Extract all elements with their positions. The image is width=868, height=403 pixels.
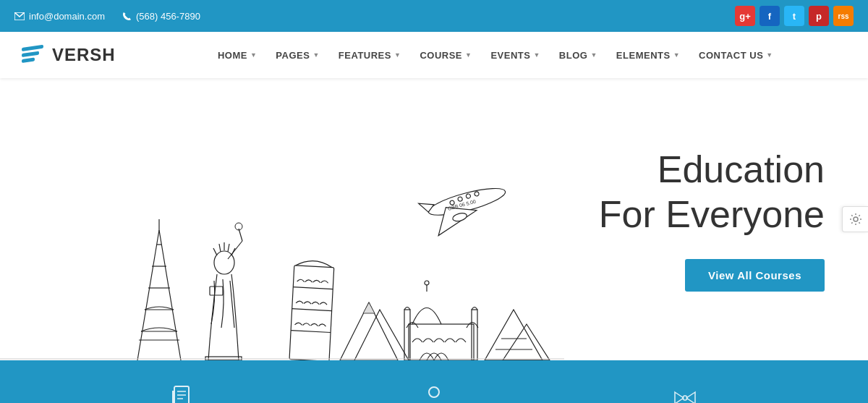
svg-line-11 <box>239 229 242 241</box>
view-all-courses-button[interactable]: View All Courses <box>685 259 825 292</box>
bottom-icon-person <box>421 385 447 404</box>
nav-arrow-blog: ▼ <box>590 51 597 59</box>
person-icon <box>421 385 447 404</box>
gear-icon <box>849 213 862 226</box>
svg-rect-27 <box>404 310 410 360</box>
nav-item-features[interactable]: FEATURES ▼ <box>330 44 410 67</box>
rss-button[interactable]: rss <box>833 6 854 26</box>
svg-point-13 <box>214 251 234 274</box>
logo-stripe-2 <box>22 51 39 56</box>
nav-arrow-features: ▼ <box>394 51 401 59</box>
svg-line-17 <box>228 244 229 252</box>
pinterest-button[interactable]: p <box>809 6 829 26</box>
email-text: info@domain.com <box>29 11 105 22</box>
nav-label-features: FEATURES <box>339 50 391 61</box>
nav-item-course[interactable]: COURSE ▼ <box>411 44 480 67</box>
nav-menu: HOME ▼ PAGES ▼ FEATURES ▼ COURSE ▼ EVENT… <box>145 44 846 67</box>
logo-text: VERSH <box>52 45 116 65</box>
nav-arrow-contact: ▼ <box>766 51 773 59</box>
svg-line-1 <box>137 230 159 360</box>
social-links: g+ f t p rss <box>735 6 854 26</box>
nav-arrow-pages: ▼ <box>312 51 319 59</box>
nav-label-home: HOME <box>218 50 247 61</box>
settings-button[interactable] <box>842 206 868 232</box>
svg-line-23 <box>293 287 333 289</box>
facebook-button[interactable]: f <box>760 6 780 26</box>
svg-line-15 <box>219 244 221 252</box>
logo-stripe-3 <box>22 57 35 63</box>
svg-line-2 <box>159 230 181 360</box>
landmarks-illustration: OBB 06 5.00 <box>0 100 564 360</box>
phone-text: (568) 456-7890 <box>136 11 200 22</box>
logo-icon <box>22 42 48 68</box>
nav-arrow-elements: ▼ <box>673 51 680 59</box>
svg-rect-26 <box>409 324 474 360</box>
svg-rect-28 <box>472 310 477 360</box>
top-bar-contact: info@domain.com (568) 456-7890 <box>14 11 200 22</box>
phone-icon <box>122 12 132 21</box>
document-icon <box>170 385 196 404</box>
svg-line-24 <box>292 309 332 311</box>
hero-title-line2: For Everyone <box>599 194 825 236</box>
nav-arrow-home: ▼ <box>250 51 257 59</box>
nav-item-home[interactable]: HOME ▼ <box>209 44 265 67</box>
hero-title-line1: Education <box>658 148 825 190</box>
email-icon <box>14 12 25 20</box>
nav-item-elements[interactable]: ELEMENTS ▼ <box>608 44 689 67</box>
hero-title: Education For Everyone <box>599 147 825 237</box>
nav-item-pages[interactable]: PAGES ▼ <box>267 44 328 67</box>
top-bar: info@domain.com (568) 456-7890 g+ f t p … <box>0 0 868 32</box>
svg-rect-22 <box>289 266 334 360</box>
nav-label-blog: BLOG <box>559 50 588 61</box>
nav-label-events: EVENTS <box>490 50 530 61</box>
svg-marker-32 <box>503 324 550 360</box>
nav-arrow-course: ▼ <box>465 51 472 59</box>
nav-arrow-events: ▼ <box>533 51 540 59</box>
svg-line-25 <box>291 331 331 333</box>
svg-line-18 <box>231 248 235 255</box>
nav-item-events[interactable]: EVENTS ▼ <box>482 44 548 67</box>
email-info: info@domain.com <box>14 11 105 22</box>
nav-label-elements: ELEMENTS <box>616 50 671 61</box>
svg-point-49 <box>854 217 858 221</box>
nav-label-pages: PAGES <box>276 50 310 61</box>
logo[interactable]: VERSH <box>22 42 116 68</box>
svg-rect-20 <box>210 287 223 295</box>
svg-line-14 <box>213 248 217 255</box>
svg-point-54 <box>429 387 439 397</box>
nav-label-contact: CONTACT US <box>699 50 763 61</box>
phone-info: (568) 456-7890 <box>122 11 200 22</box>
bow-tie-icon <box>672 385 698 404</box>
twitter-button[interactable]: t <box>784 6 804 26</box>
svg-line-10 <box>228 241 242 259</box>
bottom-bar <box>0 360 868 403</box>
nav-item-contact[interactable]: CONTACT US ▼ <box>690 44 782 67</box>
google-plus-button[interactable]: g+ <box>735 6 755 26</box>
hero-section: OBB 06 5.00 Education For Everyone View … <box>0 78 868 360</box>
nav-label-course: COURSE <box>420 50 462 61</box>
logo-stripe-1 <box>22 44 43 51</box>
bottom-icon-document <box>170 385 196 404</box>
navbar: VERSH HOME ▼ PAGES ▼ FEATURES ▼ COURSE ▼… <box>0 32 868 78</box>
hero-content: Education For Everyone View All Courses <box>599 147 825 292</box>
nav-item-blog[interactable]: BLOG ▼ <box>550 44 606 67</box>
bottom-icon-bowtie <box>672 385 698 404</box>
